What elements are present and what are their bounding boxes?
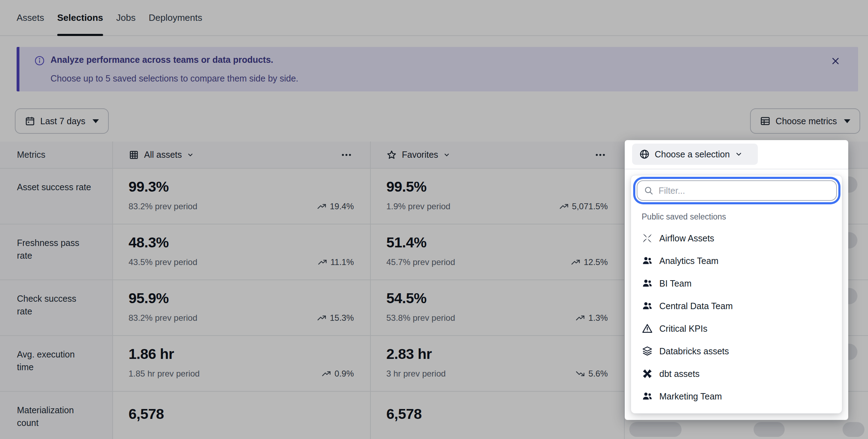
selection-item-analytics-team[interactable]: Analytics Team [631, 249, 842, 272]
selection-item-databricks-assets[interactable]: Databricks assets [631, 340, 842, 362]
dbt-icon [642, 368, 653, 379]
selection-item-marketing-team[interactable]: Marketing Team [631, 385, 842, 408]
selection-list: Airflow Assets Analytics Team BI [631, 227, 842, 408]
team-icon [642, 255, 653, 266]
layers-icon [642, 345, 653, 357]
selection-item-critical-kpis[interactable]: Critical KPIs [631, 317, 842, 340]
selection-dropdown-menu: Public saved selections Airflow Assets [631, 175, 842, 414]
selection-item-dbt-assets[interactable]: dbt assets [631, 362, 842, 385]
team-icon [642, 391, 653, 402]
chevron-down-icon [735, 150, 743, 158]
globe-icon [639, 149, 650, 160]
choose-selection-button[interactable]: Choose a selection [632, 144, 758, 165]
team-icon [642, 278, 653, 289]
airflow-icon [642, 233, 653, 244]
warning-icon [642, 323, 653, 334]
divider [625, 169, 848, 169]
team-icon [642, 300, 653, 312]
selection-item-bi-team[interactable]: BI Team [631, 272, 842, 295]
selection-panel: Choose a selection Public saved selectio… [625, 140, 848, 420]
filter-field [637, 180, 837, 201]
search-icon [644, 186, 654, 196]
filter-input[interactable] [659, 186, 830, 196]
selection-item-central-data-team[interactable]: Central Data Team [631, 295, 842, 317]
group-label: Public saved selections [642, 212, 726, 222]
selection-item-airflow-assets[interactable]: Airflow Assets [631, 227, 842, 249]
